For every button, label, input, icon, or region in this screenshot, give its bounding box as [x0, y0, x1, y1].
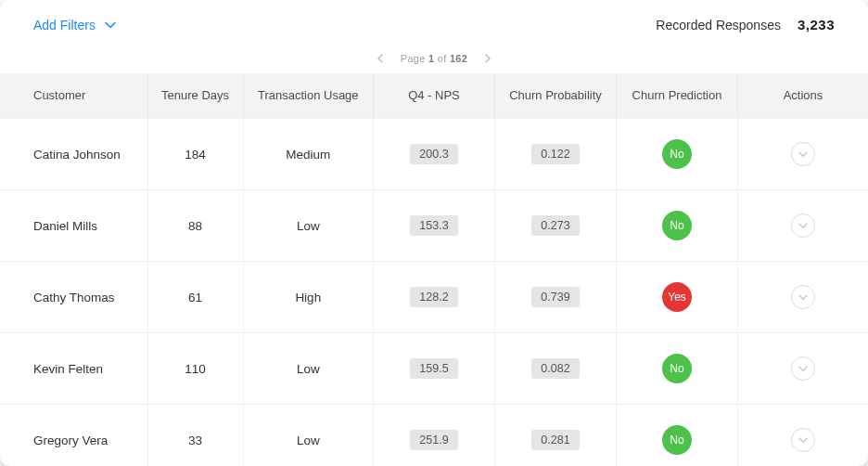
- add-filters-button[interactable]: Add Filters: [33, 18, 116, 32]
- cell-nps: 200.3: [373, 119, 494, 190]
- cell-churn-pred: No: [617, 119, 738, 190]
- row-expand-button[interactable]: [791, 142, 815, 166]
- col-transaction-usage: Transaction Usage: [243, 73, 373, 119]
- nps-pill: 159.5: [410, 358, 458, 379]
- col-churn-probability: Churn Probability: [494, 73, 616, 119]
- cell-nps: 153.3: [373, 190, 494, 262]
- cell-churn-pred: Yes: [617, 262, 738, 333]
- nps-pill: 153.3: [410, 215, 458, 236]
- table-header-row: Customer Tenure Days Transaction Usage Q…: [0, 73, 868, 119]
- recorded-responses: Recorded Responses 3,233: [656, 17, 835, 32]
- data-table-card: Add Filters Recorded Responses 3,233 Pag…: [0, 0, 868, 466]
- row-expand-button[interactable]: [791, 285, 815, 309]
- cell-nps: 128.2: [373, 262, 494, 333]
- cell-tenure: 184: [147, 119, 243, 190]
- table-row: Kevin Felten110Low159.50.082No: [0, 333, 868, 405]
- table-row: Daniel Mills88Low153.30.273No: [0, 190, 868, 262]
- churn-badge-no: No: [662, 354, 692, 383]
- cell-nps: 159.5: [373, 333, 494, 405]
- cell-churn-pred: No: [617, 190, 738, 262]
- cell-actions: [738, 262, 868, 333]
- cell-actions: [738, 405, 868, 466]
- col-q4-nps: Q4 - NPS: [373, 73, 494, 119]
- nps-pill: 128.2: [410, 287, 458, 307]
- col-tenure-days: Tenure Days: [147, 73, 243, 119]
- prob-pill: 0.281: [531, 430, 580, 450]
- cell-actions: [738, 190, 868, 262]
- cell-churn-prob: 0.281: [494, 405, 616, 466]
- table-row: Cathy Thomas61High128.20.739Yes: [0, 262, 868, 333]
- prob-pill: 0.082: [531, 358, 580, 379]
- churn-badge-no: No: [662, 425, 692, 455]
- table-row: Catina Johnson184Medium200.30.122No: [0, 119, 868, 190]
- cell-customer: Kevin Felten: [0, 333, 147, 405]
- cell-tenure: 88: [147, 190, 243, 262]
- cell-usage: Low: [243, 405, 373, 466]
- cell-usage: High: [243, 262, 373, 333]
- churn-badge-yes: Yes: [662, 282, 692, 312]
- cell-churn-pred: No: [617, 405, 738, 466]
- cell-actions: [738, 333, 868, 405]
- page-next-button[interactable]: [484, 54, 491, 63]
- chevron-down-icon: [798, 366, 808, 372]
- chevron-down-icon: [798, 437, 808, 444]
- page-indicator: Page 1 of 162: [401, 53, 467, 64]
- cell-churn-pred: No: [617, 333, 738, 405]
- prob-pill: 0.273: [531, 215, 580, 236]
- cell-customer: Cathy Thomas: [0, 262, 147, 333]
- cell-tenure: 61: [147, 262, 243, 333]
- cell-customer: Catina Johnson: [0, 119, 147, 190]
- churn-badge-no: No: [662, 211, 692, 240]
- chevron-down-icon: [798, 223, 808, 229]
- responses-count: 3,233: [798, 17, 835, 32]
- cell-usage: Low: [243, 333, 373, 405]
- cell-tenure: 110: [147, 333, 243, 405]
- add-filters-label: Add Filters: [33, 18, 96, 32]
- col-customer: Customer: [0, 73, 147, 119]
- cell-churn-prob: 0.082: [494, 333, 616, 405]
- topbar: Add Filters Recorded Responses 3,233: [0, 0, 868, 45]
- prob-pill: 0.122: [531, 144, 580, 164]
- cell-nps: 251.9: [373, 405, 494, 466]
- chevron-down-icon: [105, 21, 116, 29]
- cell-actions: [738, 119, 868, 190]
- col-actions: Actions: [738, 73, 868, 119]
- page-prev-button[interactable]: [377, 54, 384, 63]
- cell-tenure: 33: [147, 405, 243, 466]
- customers-table: Customer Tenure Days Transaction Usage Q…: [0, 73, 868, 466]
- cell-usage: Low: [243, 190, 373, 262]
- col-churn-prediction: Churn Prediction: [617, 73, 738, 119]
- table-row: Gregory Vera33Low251.90.281No: [0, 405, 868, 466]
- prob-pill: 0.739: [531, 287, 580, 307]
- cell-customer: Gregory Vera: [0, 405, 147, 466]
- cell-churn-prob: 0.122: [494, 119, 616, 190]
- nps-pill: 200.3: [410, 144, 458, 164]
- cell-churn-prob: 0.273: [494, 190, 616, 262]
- chevron-down-icon: [798, 294, 808, 301]
- churn-badge-no: No: [662, 139, 692, 169]
- row-expand-button[interactable]: [791, 214, 815, 238]
- cell-customer: Daniel Mills: [0, 190, 147, 262]
- nps-pill: 251.9: [410, 430, 458, 450]
- responses-label: Recorded Responses: [656, 18, 781, 32]
- row-expand-button[interactable]: [791, 428, 815, 452]
- row-expand-button[interactable]: [791, 356, 815, 381]
- pagination: Page 1 of 162: [0, 45, 868, 73]
- chevron-down-icon: [798, 151, 808, 158]
- cell-usage: Medium: [243, 119, 373, 190]
- cell-churn-prob: 0.739: [494, 262, 616, 333]
